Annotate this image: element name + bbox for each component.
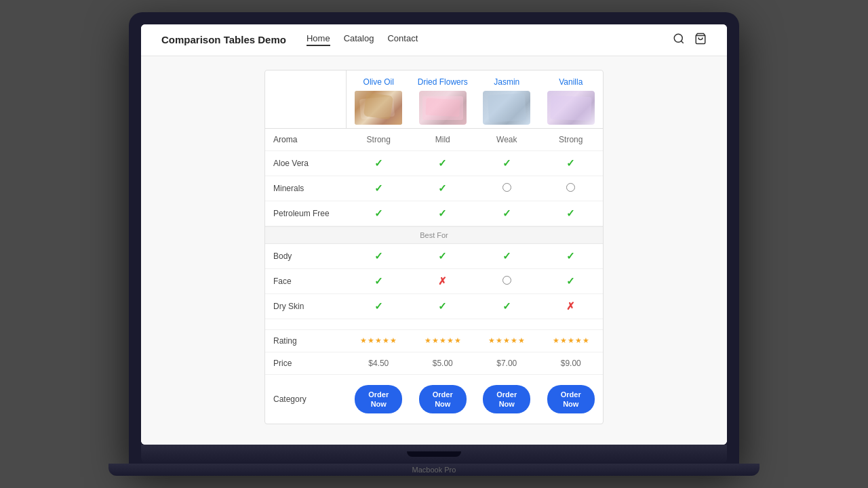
cell-rating-jasmin: ★★★★★: [475, 330, 539, 351]
star-icon: ★: [583, 336, 589, 345]
search-icon[interactable]: [673, 33, 685, 47]
cell-dry-olive: ✓: [347, 294, 411, 319]
row-rating: Rating ★★★★★ ★★★★★: [265, 330, 603, 352]
cell-minerals-olive: ✓: [347, 176, 411, 201]
cell-price-jasmin: $7.00: [475, 352, 539, 374]
star-icon: ★: [432, 336, 439, 345]
site-nav: Home Catalog Contact: [307, 33, 673, 46]
check-icon: ✓: [566, 207, 575, 219]
main-content: Olive Oil Dried Flowers: [141, 56, 727, 445]
star-icon: ★: [488, 336, 495, 345]
cart-icon[interactable]: [694, 33, 707, 47]
laptop-bottom-bar: [141, 445, 727, 464]
check-icon: ✓: [502, 250, 511, 262]
macbook-label: Macbook Pro: [412, 466, 456, 474]
product-col-olive: Olive Oil: [347, 70, 411, 128]
star-icon: ★: [568, 336, 574, 345]
stars-olive: ★★★★★: [350, 336, 408, 345]
star-icon: ★: [447, 336, 454, 345]
order-button-dried[interactable]: Order Now: [419, 385, 467, 414]
comparison-table: Olive Oil Dried Flowers: [264, 70, 604, 425]
star-icon: ★: [496, 336, 502, 345]
label-minerals: Minerals: [265, 178, 347, 199]
site-header: Comparison Tables Demo Home Catalog Cont…: [141, 24, 727, 56]
check-icon: ✓: [566, 157, 575, 169]
cell-aloe-jasmin: ✓: [475, 151, 539, 176]
order-button-jasmin[interactable]: Order Now: [483, 385, 530, 414]
star-icon: ★: [518, 336, 525, 345]
order-button-vanilla[interactable]: Order Now: [547, 385, 595, 414]
cell-body-jasmin: ✓: [475, 244, 539, 268]
row-dry-skin: Dry Skin ✓ ✓ ✓ ✗: [265, 294, 603, 319]
check-icon: ✓: [438, 250, 447, 262]
row-category: Category Order Now Order Now Order Now O…: [265, 375, 603, 424]
cross-icon: ✗: [438, 275, 447, 287]
cell-face-dried: ✗: [411, 269, 475, 293]
star-icon: ★: [511, 336, 517, 345]
nav-catalog[interactable]: Catalog: [344, 33, 374, 46]
product-name-vanilla[interactable]: Vanilla: [542, 77, 600, 87]
cell-face-vanilla: ✓: [539, 269, 604, 293]
cell-aroma-vanilla: Strong: [539, 129, 604, 150]
site-logo: Comparison Tables Demo: [161, 34, 286, 45]
star-icon: ★: [575, 336, 582, 345]
row-face: Face ✓ ✗ ✓: [265, 269, 603, 294]
label-body: Body: [265, 245, 347, 267]
cell-order-jasmin: Order Now: [475, 379, 539, 420]
stars-vanilla: ★★★★★: [542, 336, 600, 345]
check-icon: ✓: [374, 275, 383, 287]
order-button-olive[interactable]: Order Now: [355, 385, 402, 414]
check-icon: ✓: [374, 300, 383, 312]
product-image-jasmin: [483, 91, 530, 125]
check-icon: ✓: [502, 207, 511, 219]
cell-order-vanilla: Order Now: [539, 379, 604, 420]
product-image-olive: [355, 91, 402, 125]
cell-minerals-dried: ✓: [411, 176, 475, 201]
label-aroma: Aroma: [265, 129, 347, 150]
label-price: Price: [265, 352, 347, 374]
star-icon: ★: [360, 336, 367, 345]
check-icon: ✓: [438, 182, 447, 194]
svg-line-1: [681, 41, 683, 43]
cell-body-vanilla: ✓: [539, 244, 604, 268]
label-face: Face: [265, 270, 347, 292]
row-aroma: Aroma Strong Mild Weak Strong: [265, 129, 603, 151]
star-icon: ★: [390, 336, 397, 345]
header-icons: [673, 33, 707, 47]
cell-dry-jasmin: ✓: [475, 294, 539, 319]
spacer-row: [265, 319, 603, 330]
check-icon: ✓: [438, 157, 447, 169]
product-name-jasmin[interactable]: Jasmin: [478, 77, 536, 87]
star-icon: ★: [553, 336, 559, 345]
row-minerals: Minerals ✓ ✓: [265, 176, 603, 201]
cell-dry-vanilla: ✗: [539, 294, 604, 319]
product-image-vanilla: [547, 91, 595, 125]
section-title-best-for: Best For: [265, 227, 603, 243]
row-price: Price $4.50 $5.00 $7.00 $9.00: [265, 352, 603, 375]
label-aloe: Aloe Vera: [265, 152, 347, 174]
product-name-dried[interactable]: Dried Flowers: [414, 77, 472, 87]
check-icon: ✓: [438, 207, 447, 219]
star-icon: ★: [560, 336, 567, 345]
cell-minerals-vanilla: [539, 177, 604, 200]
cell-rating-dried: ★★★★★: [411, 330, 475, 351]
product-name-olive[interactable]: Olive Oil: [350, 77, 408, 87]
cell-aroma-jasmin: Weak: [475, 129, 539, 150]
cell-petro-dried: ✓: [411, 201, 475, 226]
check-icon: ✓: [374, 207, 383, 219]
check-icon: ✓: [502, 300, 511, 312]
nav-contact[interactable]: Contact: [387, 33, 418, 46]
row-petroleum: Petroleum Free ✓ ✓ ✓ ✓: [265, 201, 603, 226]
check-icon: ✓: [438, 300, 447, 312]
cell-aroma-dried: Mild: [411, 129, 475, 150]
cell-aloe-olive: ✓: [347, 151, 411, 176]
nav-home[interactable]: Home: [307, 33, 330, 46]
label-petroleum: Petroleum Free: [265, 203, 347, 224]
check-icon: ✓: [566, 275, 575, 287]
product-col-vanilla: Vanilla: [539, 70, 604, 128]
cross-icon: ✗: [566, 300, 575, 312]
laptop-base: Macbook Pro: [108, 464, 760, 476]
cell-order-olive: Order Now: [347, 379, 411, 420]
circle-icon: [502, 183, 511, 192]
section-best-for: Best For: [265, 226, 603, 244]
